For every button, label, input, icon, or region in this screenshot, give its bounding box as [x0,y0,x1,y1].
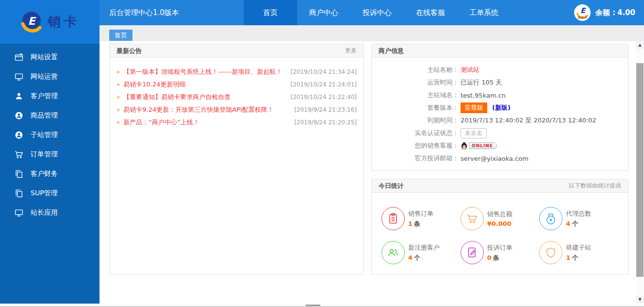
user-icon [15,92,23,101]
complaint-email-value: server@yixiaoka.com [461,155,528,162]
nav-item-online-service[interactable]: 在线客服 [404,0,457,25]
nav-item-home[interactable]: 首页 [244,0,297,25]
stat-unit: 条 [414,220,420,227]
double-arrow-icon: » [116,106,120,113]
moneybag-icon [539,207,562,230]
announcement-date: [2019/9/24 21:20:25] [294,119,357,126]
stat-label: 销售订单 [408,209,433,218]
field-realname-status: 实名认证状态 : 未实名 [372,127,628,139]
sidebar-item-webmaster-apps[interactable]: 站长应用 [0,203,99,222]
list-item: » 易销卡9.24更新：开放第三方快捷登陆API配置权限！ [2019/9/24… [116,103,357,116]
cart-icon [15,150,23,159]
copy-icon [15,189,23,198]
balance-value: 4.00 [617,8,635,17]
announcement-date: [2019/10/24 21:24:01] [291,81,357,88]
sidebar-item-customer-finance[interactable]: 客户财务 [0,164,99,184]
stat-card-substations: 搭建子站 1个 [539,236,618,270]
sidebar-item-site-settings[interactable]: 网站设置 [0,48,99,67]
more-link[interactable]: 更多 [345,47,357,55]
sidebar-item-label: 子站管理 [31,131,58,139]
nav-item-merchant-center[interactable]: 商户中心 [297,0,350,25]
stat-card-new-customers: 新注册客户 4个 [381,236,461,270]
merchant-info-header: 商户信息 [372,44,628,58]
field-complaint-email: 官方投诉邮箱 : server@yixiaoka.com [372,152,628,165]
operation-time-value: 已运行 105 天 [461,78,502,87]
sidebar-item-label: 订单管理 [31,150,58,159]
page-title: 后台管理中心1.0版本 [109,0,179,25]
stat-unit: 条 [493,254,499,261]
domain-value: test.95kam.cn [461,92,506,99]
monitor-icon [15,208,23,217]
stat-value: 1 [408,220,413,227]
complaint-icon [461,241,484,264]
today-stats-title: 今日统计 [379,182,404,190]
scroll-down-button[interactable]: ▼ [636,296,644,304]
sidebar-item-customer-management[interactable]: 客户管理 [0,86,99,106]
list-item: » 【重要通知】易销卡要求商户自检自查 [2019/10/24 21:22:40… [116,91,357,103]
announcement-link[interactable]: 易销卡9.24更新：开放第三方快捷登陆API配置权限！ [123,105,289,114]
announcement-link[interactable]: 易销卡10.24更新明细 [123,80,285,89]
svg-text:易销卡: 易销卡 [578,16,587,19]
new-version-link[interactable]: (新版) [492,103,511,112]
tab-home[interactable]: 首页 [109,30,132,41]
today-stats-panel: 今日统计 以下数据由统计提供 销售订单 1条 [371,179,628,274]
double-arrow-icon: » [116,81,120,88]
field-plan-version: 套餐版本 : 至尊版 (新版) [372,102,628,114]
stat-card-agents-total: 代理总数 4个 [539,202,618,236]
sidebar-item-label: SUP管理 [31,189,58,198]
merchant-info-title: 商户信息 [379,47,404,55]
nav-item-complaint-center[interactable]: 投诉中心 [350,0,404,25]
merchant-info-body: 主站名称 : 测试站 运营时间 : 已运行 105 天 主站域名 : test.… [372,58,628,165]
horizontal-scrollbar-thumb[interactable] [306,305,320,306]
brand-logo: E 销卡 [0,0,99,44]
scroll-up-button[interactable]: ▲ [636,41,644,49]
balance-display: 余额 :4.00 [595,8,635,17]
announcement-link[interactable]: 新产品：“商户中心”上线！ [123,118,289,127]
stat-label: 投诉订单 [487,243,512,252]
double-arrow-icon: » [116,94,120,101]
stat-card-complaint-orders: 投诉订单 0条 [461,236,540,270]
scrollbar-thumb[interactable] [636,63,644,277]
field-operation-time: 运营时间 : 已运行 105 天 [372,76,628,89]
balance-label: 余额 : [595,8,615,17]
announcement-link[interactable]: 【重要通知】易销卡要求商户自检自查 [123,93,285,102]
stat-unit: 个 [414,254,420,261]
stat-label: 搭建子站 [566,243,591,252]
announcement-date: [2019/10/24 21:22:40] [291,94,357,101]
nav-item-ticket-system[interactable]: 工单系统 [457,0,511,25]
double-arrow-icon: » [116,119,120,126]
site-name-value: 测试站 [461,66,479,74]
sidebar-item-order-management[interactable]: 订单管理 [0,145,99,164]
sidebar-item-sup-management[interactable]: SUP管理 [0,184,99,203]
list-item: » 易销卡10.24更新明细 [2019/10/24 21:24:01] [116,78,357,91]
account-area: E 易销卡 余额 :4.00 [574,0,635,25]
tab-bar: 首页 [99,25,644,41]
sidebar-item-label: 客户财务 [31,170,58,178]
stat-value: ¥0.000 [487,220,512,227]
sidebar-item-site-operation[interactable]: 网站运营 [0,67,99,86]
qq-online-button[interactable]: ONLINE [461,142,497,150]
announcements-title: 最新公告 [116,47,142,55]
copy-icon [15,170,23,178]
announcements-header: 最新公告 更多 [110,44,363,58]
users-icon [381,241,405,264]
double-arrow-icon: » [116,68,120,75]
sidebar: 网站设置 网站运营 客户管理 商品管理 [0,44,99,304]
stats-grid: 销售订单 1条 销售总额 ¥0.000 [372,193,628,274]
main-content: 最新公告 更多 » 【第一版本】游戏租号系统上线！------新项目、新起航！ … [99,41,644,304]
list-item: » 【第一版本】游戏租号系统上线！------新项目、新起航！ [2019/10… [116,66,357,78]
merchant-info-panel: 商户信息 主站名称 : 测试站 运营时间 : 已运行 105 天 主站域名 : … [371,44,628,171]
stat-label: 新注册客户 [408,243,440,252]
vertical-scrollbar[interactable]: ▲ ▼ [636,41,644,304]
admin-dashboard: E 销卡 网站设置 网站运营 客户管理 [0,0,644,307]
stat-unit: 个 [572,220,578,227]
sidebar-item-product-management[interactable]: 商品管理 [0,106,99,125]
horizontal-scrollbar[interactable] [0,304,644,307]
brand-name: 销卡 [48,13,80,31]
svg-text:E: E [580,6,586,15]
sidebar-item-label: 网站运营 [31,72,58,81]
announcement-link[interactable]: 【第一版本】游戏租号系统上线！------新项目、新起航！ [123,68,285,76]
stats-note: 以下数据由统计提供 [569,182,621,190]
sidebar-item-substation-management[interactable]: 子站管理 [0,125,99,145]
order-icon [381,207,405,230]
